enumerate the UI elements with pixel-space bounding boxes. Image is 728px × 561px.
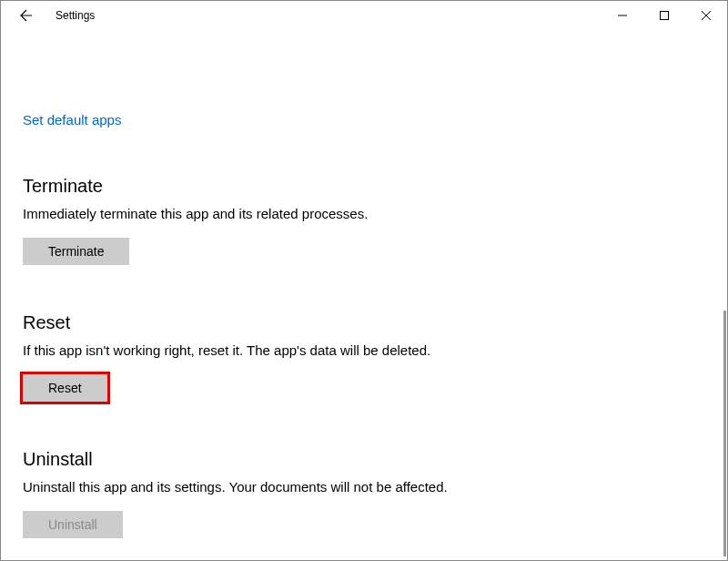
maximize-button[interactable]: [643, 1, 685, 30]
svg-rect-0: [661, 12, 669, 20]
uninstall-description: Uninstall this app and its settings. You…: [23, 479, 705, 495]
uninstall-button: Uninstall: [23, 511, 123, 538]
reset-heading: Reset: [23, 312, 705, 333]
window-controls: [602, 1, 727, 30]
terminate-description: Immediately terminate this app and its r…: [23, 206, 705, 221]
reset-section: Reset If this app isn't working right, r…: [23, 312, 705, 402]
close-button[interactable]: [685, 1, 727, 30]
titlebar: Settings: [1, 1, 727, 30]
minimize-button[interactable]: [602, 1, 643, 30]
back-arrow-icon: [19, 8, 34, 23]
uninstall-heading: Uninstall: [23, 449, 705, 470]
minimize-icon: [618, 11, 627, 20]
terminate-heading: Terminate: [23, 176, 705, 197]
settings-content: Set default apps Terminate Immediately t…: [1, 30, 727, 560]
terminate-section: Terminate Immediately terminate this app…: [23, 176, 705, 265]
vertical-scrollbar[interactable]: [723, 311, 726, 556]
close-icon: [702, 11, 711, 20]
window-title: Settings: [56, 9, 95, 22]
reset-description: If this app isn't working right, reset i…: [23, 342, 705, 358]
reset-button[interactable]: Reset: [23, 374, 107, 402]
terminate-button[interactable]: Terminate: [23, 238, 129, 265]
uninstall-section: Uninstall Uninstall this app and its set…: [23, 449, 705, 538]
maximize-icon: [660, 11, 669, 20]
back-button[interactable]: [8, 1, 45, 30]
set-default-apps-link[interactable]: Set default apps: [23, 112, 121, 128]
